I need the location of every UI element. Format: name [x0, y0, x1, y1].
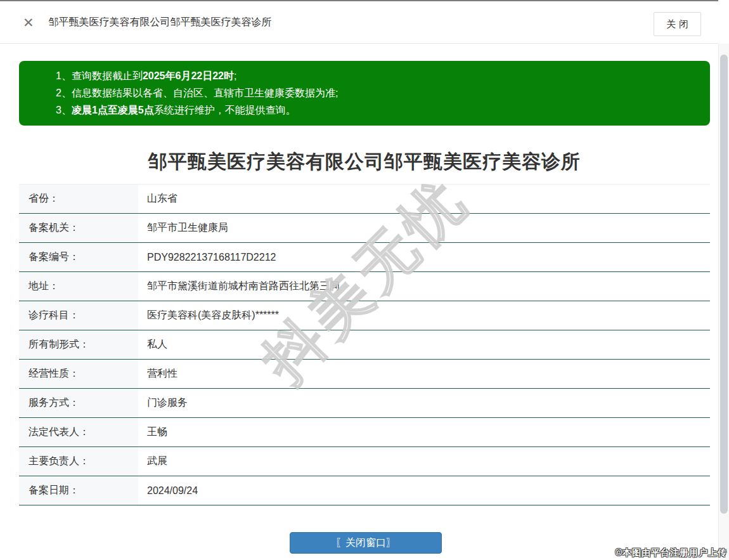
row-label: 地址： [19, 272, 138, 301]
notice-text: 1、查询数据截止到 [56, 70, 143, 81]
table-row: 服务方式： 门诊服务 [19, 389, 710, 418]
notice-item: 1、查询数据截止到2025年6月22日22时; [56, 67, 697, 84]
close-window-button[interactable]: 〖关闭窗口〗 [290, 532, 442, 554]
notice-item: 2、信息数据结果以各省、自治区、直辖市卫生健康委数据为准; [56, 84, 697, 101]
row-value: 武展 [138, 447, 710, 476]
notice-item: 3、凌晨1点至凌晨5点系统进行维护，不能提供查询。 [56, 101, 697, 119]
notice-text: ; [234, 70, 236, 81]
table-row: 备案日期： 2024/09/24 [19, 476, 710, 505]
row-value: 2024/09/24 [138, 476, 710, 505]
row-label: 备案机关： [19, 214, 138, 242]
detail-table: 省份： 山东省 备案机关： 邹平市卫生健康局 备案编号： PDY92822137… [19, 184, 710, 505]
table-row: 备案编号： PDY92822137168117D2212 [19, 243, 710, 272]
upload-credit: ©本图由平台注册用户上传 [616, 547, 727, 559]
table-row: 诊疗科目： 医疗美容科(美容皮肤科)****** [19, 301, 710, 330]
notice-box: 1、查询数据截止到2025年6月22日22时; 2、信息数据结果以各省、自治区、… [19, 61, 710, 126]
close-icon[interactable]: ✕ [23, 16, 34, 29]
row-value: PDY92822137168117D2212 [138, 243, 710, 271]
notice-text-bold: 2025年6月22日22时 [143, 70, 234, 81]
table-row: 所有制形式： 私人 [19, 330, 710, 360]
notice-list: 1、查询数据截止到2025年6月22日22时; 2、信息数据结果以各省、自治区、… [56, 67, 697, 119]
top-bar: ✕ 邹平甄美医疗美容有限公司邹平甄美医疗美容诊所 关闭 [0, 0, 718, 44]
row-value: 邹平市卫生健康局 [138, 214, 710, 242]
table-row: 地址： 邹平市黛溪街道前城村南首路西往北第三间 [19, 272, 710, 301]
row-value: 王畅 [138, 418, 710, 446]
row-label: 法定代表人： [19, 418, 138, 446]
row-value: 邹平市黛溪街道前城村南首路西往北第三间 [138, 272, 710, 301]
notice-text: 3、 [56, 105, 72, 115]
table-row: 主要负责人： 武展 [19, 447, 710, 476]
row-label: 经营性质： [19, 360, 138, 388]
row-label: 备案日期： [19, 476, 138, 505]
scrollbar-track[interactable] [718, 44, 729, 560]
row-value: 私人 [138, 330, 710, 359]
row-label: 服务方式： [19, 389, 138, 417]
scrollbar-thumb[interactable] [720, 55, 728, 514]
table-row: 法定代表人： 王畅 [19, 418, 710, 447]
row-value: 山东省 [138, 185, 710, 213]
notice-text: 2、信息数据结果以各省、自治区、直辖市卫生健康委数据为准; [56, 88, 338, 98]
window-title: 邹平甄美医疗美容有限公司邹平甄美医疗美容诊所 [49, 16, 272, 29]
row-value: 门诊服务 [138, 389, 710, 417]
notice-text: 系统进行维护，不能提供查询。 [154, 105, 296, 115]
row-value: 营利性 [138, 360, 710, 388]
table-row: 备案机关： 邹平市卫生健康局 [19, 214, 710, 243]
row-label: 省份： [19, 185, 138, 213]
close-button[interactable]: 关闭 [654, 12, 701, 36]
notice-text-bold: 凌晨1点至凌晨5点 [72, 105, 154, 115]
row-value: 医疗美容科(美容皮肤科)****** [138, 301, 710, 330]
row-label: 主要负责人： [19, 447, 138, 476]
row-label: 备案编号： [19, 243, 138, 271]
row-label: 诊疗科目： [19, 301, 138, 330]
row-label: 所有制形式： [19, 330, 138, 359]
table-row: 省份： 山东省 [19, 185, 710, 214]
page-title: 邹平甄美医疗美容有限公司邹平甄美医疗美容诊所 [0, 149, 729, 175]
table-row: 经营性质： 营利性 [19, 360, 710, 389]
